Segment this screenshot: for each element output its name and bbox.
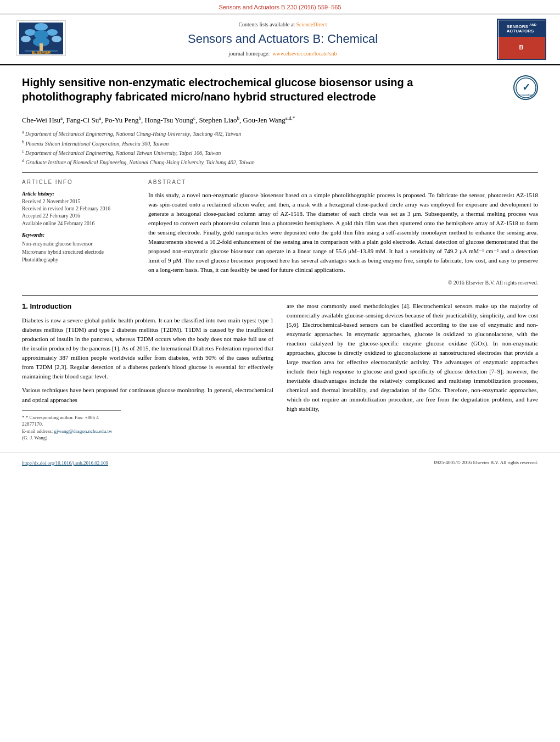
history-label: Article history: (22, 191, 132, 198)
body-left-col: 1. Introduction Diabetes is now a severe… (22, 302, 273, 442)
sensors-actuators-img: SENSORS andAcTuators B (499, 20, 545, 59)
received-date: Received 2 November 2015 (22, 198, 132, 205)
footnote-email: E-mail address: gjwang@dragon.nchu.edu.t… (22, 428, 121, 442)
crossmark-badge: ✓ CrossMark (513, 75, 538, 100)
journal-name: Sensors and Actuators B: Chemical (82, 31, 483, 48)
crossmark-icon: ✓ CrossMark (516, 77, 536, 98)
elsevier-tree-icon: ELSEVIER (19, 23, 63, 54)
svg-rect-8 (40, 43, 43, 51)
abstract-column: ABSTRACT In this study, a novel non-enzy… (148, 178, 538, 287)
info-abstract-columns: ARTICLE INFO Article history: Received 2… (22, 178, 538, 287)
affiliation-d: d Graduate Institute of Biomedical Engin… (22, 158, 538, 166)
sa-bottom: B (499, 37, 545, 59)
elsevier-logo-box: ELSEVIER (16, 20, 66, 56)
abstract-label: ABSTRACT (148, 178, 538, 186)
email-note: (G.-J. Wang). (22, 435, 49, 440)
footer-doi[interactable]: http://dx.doi.org/10.1016/j.snb.2016.02.… (22, 458, 108, 467)
sa-top: SENSORS andAcTuators (499, 20, 545, 37)
sensors-actuators-logo: SENSORS andAcTuators B (494, 19, 549, 60)
accepted-date: Accepted 22 February 2016 (22, 213, 132, 220)
footnote-section: * * Corresponding author. Fax: +886 4 22… (22, 410, 121, 442)
science-direct-link[interactable]: ScienceDirect (296, 21, 327, 27)
contents-line: Contents lists available at ScienceDirec… (82, 21, 483, 29)
received-revised: Received in revised form 2 February 2016 (22, 205, 132, 213)
svg-point-3 (47, 29, 58, 36)
journal-header: ELSEVIER Contents lists available at Sci… (0, 14, 560, 65)
sensors-logo-box: SENSORS andAcTuators B (497, 19, 546, 60)
sa-top-text: SENSORS andAcTuators (507, 23, 536, 34)
article-title-section: Highly sensitive non-enzymatic electroch… (22, 75, 538, 109)
homepage-link[interactable]: www.elsevier.com/locate/snb (272, 51, 337, 57)
abstract-text: In this study, a novel non-enzymatic glu… (148, 191, 538, 275)
svg-point-6 (52, 36, 61, 42)
affiliations: a Department of Mechanical Engineering, … (22, 129, 538, 166)
article-info-column: ARTICLE INFO Article history: Received 2… (22, 178, 132, 287)
article-info-label: ARTICLE INFO (22, 178, 132, 186)
footer-issn: 0925-4005/© 2016 Elsevier B.V. All right… (434, 459, 538, 466)
intro-heading: 1. Introduction (22, 302, 273, 311)
citation-text: Sensors and Actuators B 230 (2016) 559–5… (219, 4, 341, 10)
keyword-3: Photolithography (22, 256, 132, 264)
authors-line: Che-Wei Hsua, Fang-Ci Sua, Po-Yu Pengb, … (22, 115, 538, 126)
email-link[interactable]: gjwang@dragon.nchu.edu.tw (54, 428, 112, 434)
available-date: Available online 24 February 2016 (22, 220, 132, 227)
elsevier-logo: ELSEVIER (11, 20, 71, 58)
svg-text:✓: ✓ (522, 82, 530, 93)
keyword-1: Non-enzymatic glucose biosensor (22, 240, 132, 248)
body-columns: 1. Introduction Diabetes is now a severe… (22, 302, 538, 442)
footnote-corresponding: * * Corresponding author. Fax: +886 4 22… (22, 414, 121, 428)
divider-2 (22, 295, 538, 296)
article-title: Highly sensitive non-enzymatic electroch… (22, 75, 513, 104)
history-group: Article history: Received 2 November 201… (22, 191, 132, 227)
affiliation-c: c Department of Mechanical Engineering, … (22, 148, 538, 157)
page-footer: http://dx.doi.org/10.1016/j.snb.2016.02.… (0, 453, 560, 472)
page: Sensors and Actuators B 230 (2016) 559–5… (0, 0, 560, 742)
citation-header: Sensors and Actuators B 230 (2016) 559–5… (0, 0, 560, 14)
affiliation-b: b Phoenix Silicon International Corporat… (22, 139, 538, 148)
intro-para-1: Diabetes is now a severe global public h… (22, 316, 273, 381)
email-label: E-mail address: (22, 428, 53, 434)
copyright-line: © 2016 Elsevier B.V. All rights reserved… (148, 279, 538, 287)
homepage-line: journal homepage: www.elsevier.com/locat… (82, 50, 483, 58)
keyword-2: Micro/nano hybrid structured electrode (22, 248, 132, 256)
article-body: Highly sensitive non-enzymatic electroch… (0, 65, 560, 453)
intro-para-2: Various techniques have been proposed fo… (22, 386, 273, 404)
doi-link[interactable]: http://dx.doi.org/10.1016/j.snb.2016.02.… (22, 460, 108, 466)
keywords-label: Keywords: (22, 232, 132, 239)
body-right-col: are the most commonly used methodologies… (287, 302, 538, 442)
svg-text:CrossMark: CrossMark (519, 93, 533, 97)
svg-point-2 (25, 29, 36, 36)
sa-bottom-text: B (519, 43, 524, 52)
divider-1 (22, 172, 538, 173)
svg-point-4 (21, 36, 31, 42)
keywords-group: Keywords: Non-enzymatic glucose biosenso… (22, 232, 132, 264)
intro-para-3: are the most commonly used methodologies… (287, 302, 538, 414)
svg-text:ELSEVIER: ELSEVIER (32, 51, 51, 54)
journal-title-center: Contents lists available at ScienceDirec… (71, 21, 494, 58)
svg-point-1 (35, 23, 48, 31)
affiliation-a: a Department of Mechanical Engineering, … (22, 129, 538, 138)
